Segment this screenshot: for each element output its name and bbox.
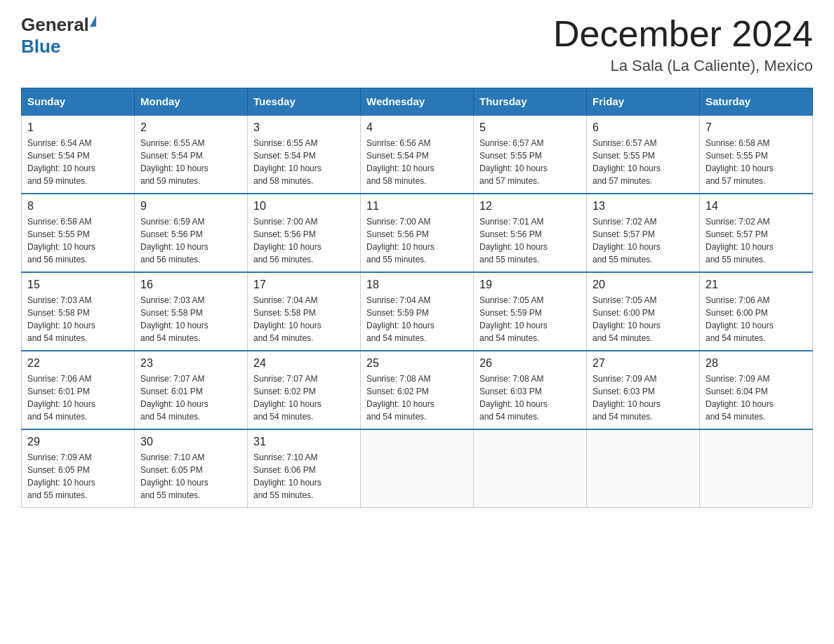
calendar-cell: 26Sunrise: 7:08 AM Sunset: 6:03 PM Dayli…: [474, 351, 587, 429]
day-number: 19: [479, 279, 581, 291]
calendar-cell: 29Sunrise: 7:09 AM Sunset: 6:05 PM Dayli…: [22, 429, 135, 508]
calendar-week-row: 1Sunrise: 6:54 AM Sunset: 5:54 PM Daylig…: [22, 115, 813, 194]
day-number: 13: [593, 200, 694, 213]
calendar-cell: [700, 429, 813, 508]
calendar-week-row: 8Sunrise: 6:58 AM Sunset: 5:55 PM Daylig…: [22, 194, 813, 272]
calendar-cell: 1Sunrise: 6:54 AM Sunset: 5:54 PM Daylig…: [22, 115, 135, 194]
logo-blue-text: Blue: [21, 36, 60, 57]
day-info: Sunrise: 6:57 AM Sunset: 5:55 PM Dayligh…: [479, 138, 548, 186]
day-info: Sunrise: 6:55 AM Sunset: 5:54 PM Dayligh…: [253, 138, 322, 186]
day-number: 26: [479, 357, 581, 370]
calendar-subtitle: La Sala (La Caliente), Mexico: [553, 57, 813, 75]
calendar-cell: 3Sunrise: 6:55 AM Sunset: 5:54 PM Daylig…: [248, 115, 361, 194]
day-number: 16: [140, 279, 241, 291]
weekday-header-tuesday: Tuesday: [248, 88, 361, 116]
calendar-cell: 12Sunrise: 7:01 AM Sunset: 5:56 PM Dayli…: [474, 194, 587, 272]
day-info: Sunrise: 6:59 AM Sunset: 5:56 PM Dayligh…: [140, 217, 208, 264]
day-number: 15: [27, 279, 128, 291]
day-info: Sunrise: 7:10 AM Sunset: 6:06 PM Dayligh…: [253, 452, 322, 500]
day-number: 14: [706, 200, 807, 213]
calendar-cell: 23Sunrise: 7:07 AM Sunset: 6:01 PM Dayli…: [135, 351, 248, 429]
day-number: 22: [27, 357, 128, 370]
calendar-cell: [587, 429, 700, 508]
calendar-cell: 7Sunrise: 6:58 AM Sunset: 5:55 PM Daylig…: [700, 115, 813, 194]
day-number: 17: [253, 279, 355, 291]
calendar-cell: 6Sunrise: 6:57 AM Sunset: 5:55 PM Daylig…: [587, 115, 700, 194]
calendar-cell: 4Sunrise: 6:56 AM Sunset: 5:54 PM Daylig…: [361, 115, 474, 194]
calendar-cell: 8Sunrise: 6:58 AM Sunset: 5:55 PM Daylig…: [22, 194, 135, 272]
day-number: 7: [706, 121, 807, 134]
calendar-cell: 2Sunrise: 6:55 AM Sunset: 5:54 PM Daylig…: [135, 115, 248, 194]
page-header: General Blue December 2024 La Sala (La C…: [21, 14, 813, 75]
calendar-cell: 11Sunrise: 7:00 AM Sunset: 5:56 PM Dayli…: [361, 194, 474, 272]
calendar-cell: 18Sunrise: 7:04 AM Sunset: 5:59 PM Dayli…: [361, 272, 474, 351]
weekday-header-sunday: Sunday: [22, 88, 135, 116]
calendar-cell: 9Sunrise: 6:59 AM Sunset: 5:56 PM Daylig…: [135, 194, 248, 272]
weekday-header-row: SundayMondayTuesdayWednesdayThursdayFrid…: [22, 88, 813, 116]
day-info: Sunrise: 7:04 AM Sunset: 5:59 PM Dayligh…: [366, 295, 435, 343]
day-info: Sunrise: 7:08 AM Sunset: 6:02 PM Dayligh…: [366, 374, 435, 422]
calendar-cell: 17Sunrise: 7:04 AM Sunset: 5:58 PM Dayli…: [248, 272, 361, 351]
day-number: 24: [253, 357, 355, 370]
day-info: Sunrise: 6:57 AM Sunset: 5:55 PM Dayligh…: [593, 138, 661, 186]
day-info: Sunrise: 7:04 AM Sunset: 5:58 PM Dayligh…: [253, 295, 322, 343]
calendar-week-row: 15Sunrise: 7:03 AM Sunset: 5:58 PM Dayli…: [22, 272, 813, 351]
calendar-cell: 10Sunrise: 7:00 AM Sunset: 5:56 PM Dayli…: [248, 194, 361, 272]
calendar-cell: 25Sunrise: 7:08 AM Sunset: 6:02 PM Dayli…: [361, 351, 474, 429]
title-block: December 2024 La Sala (La Caliente), Mex…: [553, 14, 813, 75]
day-number: 10: [253, 200, 355, 213]
calendar-table: SundayMondayTuesdayWednesdayThursdayFrid…: [21, 88, 813, 508]
day-number: 23: [140, 357, 241, 370]
calendar-cell: 28Sunrise: 7:09 AM Sunset: 6:04 PM Dayli…: [700, 351, 813, 429]
calendar-week-row: 29Sunrise: 7:09 AM Sunset: 6:05 PM Dayli…: [22, 429, 813, 508]
day-info: Sunrise: 6:58 AM Sunset: 5:55 PM Dayligh…: [706, 138, 774, 186]
day-info: Sunrise: 7:10 AM Sunset: 6:05 PM Dayligh…: [140, 452, 208, 500]
day-number: 11: [366, 200, 468, 213]
day-info: Sunrise: 7:08 AM Sunset: 6:03 PM Dayligh…: [479, 374, 548, 422]
weekday-header-thursday: Thursday: [474, 88, 587, 116]
day-number: 4: [366, 121, 468, 134]
day-info: Sunrise: 6:55 AM Sunset: 5:54 PM Dayligh…: [140, 138, 208, 186]
day-info: Sunrise: 7:05 AM Sunset: 6:00 PM Dayligh…: [593, 295, 661, 343]
calendar-cell: [361, 429, 474, 508]
day-number: 31: [253, 436, 355, 448]
day-info: Sunrise: 7:09 AM Sunset: 6:04 PM Dayligh…: [706, 374, 774, 422]
day-number: 9: [140, 200, 241, 213]
calendar-cell: 27Sunrise: 7:09 AM Sunset: 6:03 PM Dayli…: [587, 351, 700, 429]
logo-general-text: General: [21, 14, 89, 36]
day-info: Sunrise: 7:00 AM Sunset: 5:56 PM Dayligh…: [366, 217, 435, 264]
day-number: 6: [593, 121, 694, 134]
day-info: Sunrise: 7:06 AM Sunset: 6:00 PM Dayligh…: [706, 295, 774, 343]
day-info: Sunrise: 7:02 AM Sunset: 5:57 PM Dayligh…: [593, 217, 661, 264]
day-info: Sunrise: 7:09 AM Sunset: 6:05 PM Dayligh…: [27, 452, 95, 500]
day-info: Sunrise: 7:03 AM Sunset: 5:58 PM Dayligh…: [140, 295, 208, 343]
day-info: Sunrise: 7:03 AM Sunset: 5:58 PM Dayligh…: [27, 295, 95, 343]
calendar-week-row: 22Sunrise: 7:06 AM Sunset: 6:01 PM Dayli…: [22, 351, 813, 429]
calendar-cell: [474, 429, 587, 508]
calendar-cell: 14Sunrise: 7:02 AM Sunset: 5:57 PM Dayli…: [700, 194, 813, 272]
day-number: 21: [706, 279, 807, 291]
calendar-cell: 22Sunrise: 7:06 AM Sunset: 6:01 PM Dayli…: [22, 351, 135, 429]
day-info: Sunrise: 7:01 AM Sunset: 5:56 PM Dayligh…: [479, 217, 548, 264]
day-info: Sunrise: 7:07 AM Sunset: 6:01 PM Dayligh…: [140, 374, 208, 422]
day-info: Sunrise: 6:56 AM Sunset: 5:54 PM Dayligh…: [366, 138, 435, 186]
logo-triangle-icon: [90, 15, 96, 27]
calendar-cell: 16Sunrise: 7:03 AM Sunset: 5:58 PM Dayli…: [135, 272, 248, 351]
day-number: 25: [366, 357, 468, 370]
day-number: 3: [253, 121, 355, 134]
day-number: 12: [479, 200, 581, 213]
day-number: 30: [140, 436, 241, 448]
day-number: 27: [593, 357, 694, 370]
calendar-cell: 20Sunrise: 7:05 AM Sunset: 6:00 PM Dayli…: [587, 272, 700, 351]
day-number: 8: [27, 200, 128, 213]
day-number: 29: [27, 436, 128, 448]
weekday-header-monday: Monday: [135, 88, 248, 116]
calendar-cell: 30Sunrise: 7:10 AM Sunset: 6:05 PM Dayli…: [135, 429, 248, 508]
weekday-header-friday: Friday: [587, 88, 700, 116]
day-info: Sunrise: 7:07 AM Sunset: 6:02 PM Dayligh…: [253, 374, 322, 422]
day-number: 1: [27, 121, 128, 134]
day-info: Sunrise: 7:06 AM Sunset: 6:01 PM Dayligh…: [27, 374, 95, 422]
weekday-header-saturday: Saturday: [700, 88, 813, 116]
day-number: 2: [140, 121, 241, 134]
day-info: Sunrise: 7:05 AM Sunset: 5:59 PM Dayligh…: [479, 295, 548, 343]
